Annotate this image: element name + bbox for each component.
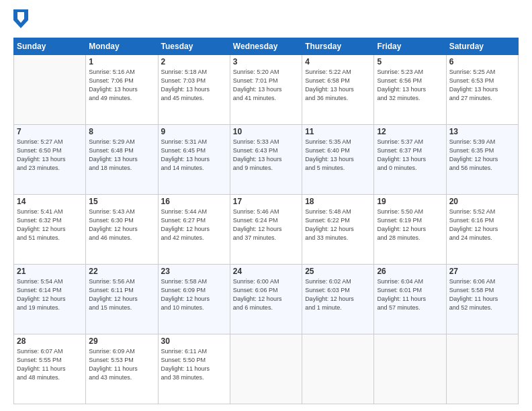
- table-row: 28Sunrise: 6:07 AM Sunset: 5:55 PM Dayli…: [14, 334, 86, 404]
- day-info: Sunrise: 5:41 AM Sunset: 6:32 PM Dayligh…: [17, 208, 83, 242]
- day-info: Sunrise: 5:25 AM Sunset: 6:53 PM Dayligh…: [449, 68, 515, 103]
- day-number: 23: [161, 267, 227, 276]
- day-info: Sunrise: 5:37 AM Sunset: 6:37 PM Dayligh…: [377, 138, 443, 173]
- day-info: Sunrise: 5:27 AM Sunset: 6:50 PM Dayligh…: [17, 138, 83, 173]
- day-info: Sunrise: 6:06 AM Sunset: 5:58 PM Dayligh…: [449, 277, 515, 312]
- calendar-row: 28Sunrise: 6:07 AM Sunset: 5:55 PM Dayli…: [14, 334, 519, 404]
- weekday-friday: Friday: [374, 38, 446, 55]
- day-number: 27: [449, 267, 515, 276]
- day-number: 1: [89, 57, 154, 66]
- day-number: 16: [161, 197, 227, 206]
- table-row: 7Sunrise: 5:27 AM Sunset: 6:50 PM Daylig…: [14, 125, 86, 195]
- day-number: 24: [233, 267, 299, 276]
- table-row: 24Sunrise: 6:00 AM Sunset: 6:06 PM Dayli…: [230, 265, 302, 334]
- calendar-row: 21Sunrise: 5:54 AM Sunset: 6:14 PM Dayli…: [14, 265, 519, 334]
- table-row: 20Sunrise: 5:52 AM Sunset: 6:16 PM Dayli…: [446, 195, 518, 265]
- day-info: Sunrise: 5:16 AM Sunset: 7:06 PM Dayligh…: [89, 68, 154, 103]
- table-row: 10Sunrise: 5:33 AM Sunset: 6:43 PM Dayli…: [230, 125, 302, 195]
- day-number: 6: [449, 57, 515, 66]
- table-row: 11Sunrise: 5:35 AM Sunset: 6:40 PM Dayli…: [302, 125, 374, 195]
- table-row: 13Sunrise: 5:39 AM Sunset: 6:35 PM Dayli…: [446, 125, 518, 195]
- calendar-table: SundayMondayTuesdayWednesdayThursdayFrid…: [13, 38, 519, 404]
- table-row: [446, 334, 518, 404]
- calendar-row: 14Sunrise: 5:41 AM Sunset: 6:32 PM Dayli…: [14, 195, 519, 265]
- day-number: 4: [305, 57, 371, 66]
- logo: [13, 12, 31, 31]
- day-info: Sunrise: 5:46 AM Sunset: 6:24 PM Dayligh…: [233, 208, 299, 242]
- day-number: 3: [233, 57, 299, 66]
- page: SundayMondayTuesdayWednesdayThursdayFrid…: [0, 0, 532, 411]
- day-info: Sunrise: 5:20 AM Sunset: 7:01 PM Dayligh…: [233, 68, 299, 103]
- day-info: Sunrise: 5:48 AM Sunset: 6:22 PM Dayligh…: [305, 208, 371, 242]
- table-row: 16Sunrise: 5:44 AM Sunset: 6:27 PM Dayli…: [158, 195, 230, 265]
- day-number: 13: [449, 127, 515, 136]
- day-number: 5: [377, 57, 443, 66]
- day-number: 30: [161, 336, 227, 346]
- weekday-wednesday: Wednesday: [230, 38, 302, 55]
- day-number: 14: [17, 197, 83, 206]
- table-row: 9Sunrise: 5:31 AM Sunset: 6:45 PM Daylig…: [158, 125, 230, 195]
- day-info: Sunrise: 6:02 AM Sunset: 6:03 PM Dayligh…: [305, 277, 371, 312]
- day-info: Sunrise: 5:31 AM Sunset: 6:45 PM Dayligh…: [161, 138, 227, 173]
- table-row: 18Sunrise: 5:48 AM Sunset: 6:22 PM Dayli…: [302, 195, 374, 265]
- table-row: 15Sunrise: 5:43 AM Sunset: 6:30 PM Dayli…: [86, 195, 158, 265]
- day-info: Sunrise: 5:58 AM Sunset: 6:09 PM Dayligh…: [161, 277, 227, 312]
- day-number: 2: [161, 57, 227, 66]
- day-number: 20: [449, 197, 515, 206]
- day-info: Sunrise: 5:56 AM Sunset: 6:11 PM Dayligh…: [89, 277, 154, 312]
- day-number: 25: [305, 267, 371, 276]
- table-row: 17Sunrise: 5:46 AM Sunset: 6:24 PM Dayli…: [230, 195, 302, 265]
- day-number: 8: [89, 127, 154, 136]
- table-row: 8Sunrise: 5:29 AM Sunset: 6:48 PM Daylig…: [86, 125, 158, 195]
- day-info: Sunrise: 5:43 AM Sunset: 6:30 PM Dayligh…: [89, 208, 154, 242]
- calendar-row: 1Sunrise: 5:16 AM Sunset: 7:06 PM Daylig…: [14, 55, 519, 125]
- day-number: 17: [233, 197, 299, 206]
- logo-icon: [13, 9, 28, 28]
- day-info: Sunrise: 5:35 AM Sunset: 6:40 PM Dayligh…: [305, 138, 371, 173]
- day-info: Sunrise: 6:04 AM Sunset: 6:01 PM Dayligh…: [377, 277, 443, 312]
- day-info: Sunrise: 5:50 AM Sunset: 6:19 PM Dayligh…: [377, 208, 443, 242]
- weekday-tuesday: Tuesday: [158, 38, 230, 55]
- table-row: 2Sunrise: 5:18 AM Sunset: 7:03 PM Daylig…: [158, 55, 230, 125]
- weekday-saturday: Saturday: [446, 38, 518, 55]
- table-row: [374, 334, 446, 404]
- day-number: 15: [89, 197, 154, 206]
- day-number: 22: [89, 267, 154, 276]
- day-number: 29: [89, 336, 154, 346]
- weekday-monday: Monday: [86, 38, 158, 55]
- day-number: 7: [17, 127, 83, 136]
- table-row: 23Sunrise: 5:58 AM Sunset: 6:09 PM Dayli…: [158, 265, 230, 334]
- weekday-thursday: Thursday: [302, 38, 374, 55]
- day-number: 12: [377, 127, 443, 136]
- day-info: Sunrise: 5:52 AM Sunset: 6:16 PM Dayligh…: [449, 208, 515, 242]
- day-number: 28: [17, 336, 83, 346]
- table-row: 22Sunrise: 5:56 AM Sunset: 6:11 PM Dayli…: [86, 265, 158, 334]
- table-row: 21Sunrise: 5:54 AM Sunset: 6:14 PM Dayli…: [14, 265, 86, 334]
- day-info: Sunrise: 6:11 AM Sunset: 5:50 PM Dayligh…: [161, 347, 227, 382]
- day-number: 19: [377, 197, 443, 206]
- table-row: 25Sunrise: 6:02 AM Sunset: 6:03 PM Dayli…: [302, 265, 374, 334]
- day-number: 26: [377, 267, 443, 276]
- day-info: Sunrise: 5:44 AM Sunset: 6:27 PM Dayligh…: [161, 208, 227, 242]
- day-number: 9: [161, 127, 227, 136]
- day-number: 18: [305, 197, 371, 206]
- day-info: Sunrise: 6:07 AM Sunset: 5:55 PM Dayligh…: [17, 347, 83, 382]
- table-row: 5Sunrise: 5:23 AM Sunset: 6:56 PM Daylig…: [374, 55, 446, 125]
- day-number: 11: [305, 127, 371, 136]
- table-row: 26Sunrise: 6:04 AM Sunset: 6:01 PM Dayli…: [374, 265, 446, 334]
- day-info: Sunrise: 6:09 AM Sunset: 5:53 PM Dayligh…: [89, 347, 154, 382]
- table-row: 4Sunrise: 5:22 AM Sunset: 6:58 PM Daylig…: [302, 55, 374, 125]
- weekday-header-row: SundayMondayTuesdayWednesdayThursdayFrid…: [14, 38, 519, 55]
- day-info: Sunrise: 5:22 AM Sunset: 6:58 PM Dayligh…: [305, 68, 371, 103]
- day-info: Sunrise: 5:33 AM Sunset: 6:43 PM Dayligh…: [233, 138, 299, 173]
- day-info: Sunrise: 5:23 AM Sunset: 6:56 PM Dayligh…: [377, 68, 443, 103]
- day-info: Sunrise: 5:18 AM Sunset: 7:03 PM Dayligh…: [161, 68, 227, 103]
- day-info: Sunrise: 5:54 AM Sunset: 6:14 PM Dayligh…: [17, 277, 83, 312]
- calendar-row: 7Sunrise: 5:27 AM Sunset: 6:50 PM Daylig…: [14, 125, 519, 195]
- table-row: 29Sunrise: 6:09 AM Sunset: 5:53 PM Dayli…: [86, 334, 158, 404]
- table-row: 30Sunrise: 6:11 AM Sunset: 5:50 PM Dayli…: [158, 334, 230, 404]
- table-row: 27Sunrise: 6:06 AM Sunset: 5:58 PM Dayli…: [446, 265, 518, 334]
- table-row: 3Sunrise: 5:20 AM Sunset: 7:01 PM Daylig…: [230, 55, 302, 125]
- day-info: Sunrise: 6:00 AM Sunset: 6:06 PM Dayligh…: [233, 277, 299, 312]
- day-number: 21: [17, 267, 83, 276]
